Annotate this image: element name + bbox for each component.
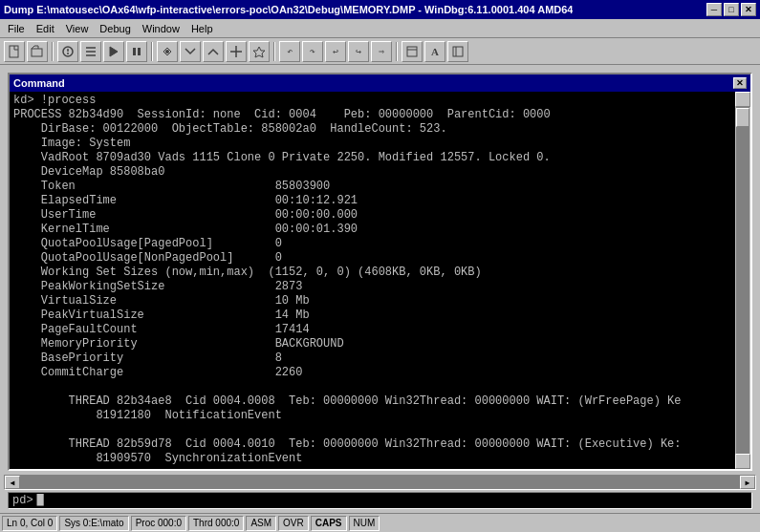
command-close-button[interactable]: ✕ bbox=[733, 77, 747, 89]
toolbar-btn-3[interactable] bbox=[57, 41, 78, 62]
svg-rect-9 bbox=[133, 48, 136, 55]
input-prompt: pd> bbox=[9, 494, 37, 507]
status-bar: Ln 0, Col 0 Sys 0:E:\mato Proc 000:0 Thr… bbox=[0, 513, 760, 532]
svg-point-11 bbox=[165, 50, 169, 53]
menu-debug[interactable]: Debug bbox=[94, 21, 136, 36]
toolbar-open-btn[interactable] bbox=[27, 41, 48, 62]
scroll-right-button[interactable]: ▶ bbox=[740, 476, 755, 489]
status-num: NUM bbox=[349, 516, 380, 531]
command-content: kd> !process PROCESS 82b34d90 SessionId:… bbox=[10, 92, 750, 469]
scroll-left-button[interactable]: ◀ bbox=[5, 476, 20, 489]
toolbar-btn-18[interactable]: A bbox=[424, 41, 445, 62]
command-titlebar: Command ✕ bbox=[10, 74, 750, 92]
toolbar-btn-14[interactable]: ↩ bbox=[325, 41, 346, 62]
toolbar-btn-15[interactable]: ↪ bbox=[348, 41, 369, 62]
toolbar-sep-1 bbox=[52, 42, 54, 61]
toolbar-btn-16[interactable]: ⇒ bbox=[371, 41, 392, 62]
svg-point-4 bbox=[67, 53, 69, 54]
toolbar-sep-4 bbox=[396, 42, 398, 61]
window-title: Dump E:\matousec\OAx64\wfp-interactive\e… bbox=[4, 4, 573, 15]
toolbar-btn-9[interactable] bbox=[203, 41, 224, 62]
command-window: Command ✕ kd> !process PROCESS 82b34d90 … bbox=[8, 73, 752, 471]
command-text-area[interactable]: kd> !process PROCESS 82b34d90 SessionId:… bbox=[10, 92, 735, 469]
menu-edit[interactable]: Edit bbox=[31, 21, 60, 36]
menu-help[interactable]: Help bbox=[185, 21, 219, 36]
close-button[interactable]: ✕ bbox=[741, 3, 756, 16]
toolbar-sep-3 bbox=[273, 42, 275, 61]
input-cursor: █ bbox=[37, 494, 44, 507]
toolbar-new-btn[interactable] bbox=[4, 41, 25, 62]
toolbar-btn-19[interactable] bbox=[447, 41, 468, 62]
command-input-bar[interactable]: pd> █ bbox=[8, 492, 752, 509]
title-bar: Dump E:\matousec\OAx64\wfp-interactive\e… bbox=[0, 0, 760, 19]
toolbar-btn-13[interactable]: ↷ bbox=[302, 41, 323, 62]
command-window-title: Command bbox=[13, 77, 65, 89]
svg-marker-8 bbox=[110, 47, 118, 56]
toolbar-btn-11[interactable] bbox=[249, 41, 270, 62]
toolbar-btn-6[interactable] bbox=[126, 41, 147, 62]
scroll-down-button[interactable]: ▼ bbox=[735, 454, 750, 469]
status-caps: CAPS bbox=[311, 516, 347, 531]
menu-window[interactable]: Window bbox=[137, 21, 185, 36]
svg-rect-16 bbox=[453, 47, 463, 56]
menu-file[interactable]: File bbox=[2, 21, 31, 36]
toolbar-btn-4[interactable] bbox=[80, 41, 101, 62]
menu-bar: File Edit View Debug Window Help bbox=[0, 19, 760, 38]
svg-rect-14 bbox=[407, 47, 417, 56]
svg-rect-1 bbox=[32, 49, 42, 56]
toolbar-btn-5[interactable] bbox=[103, 41, 124, 62]
menu-view[interactable]: View bbox=[60, 21, 95, 36]
status-proc: Proc 000:0 bbox=[131, 516, 186, 531]
toolbar-sep-2 bbox=[151, 42, 153, 61]
status-thrd: Thrd 000:0 bbox=[188, 516, 244, 531]
toolbar-btn-17[interactable] bbox=[402, 41, 423, 62]
status-asm: ASM bbox=[246, 516, 276, 531]
minimize-button[interactable]: ─ bbox=[706, 3, 722, 16]
status-ovr: OVR bbox=[278, 516, 309, 531]
title-bar-buttons: ─ □ ✕ bbox=[706, 3, 756, 16]
toolbar-btn-12[interactable]: ↶ bbox=[279, 41, 300, 62]
toolbar-btn-8[interactable] bbox=[180, 41, 201, 62]
svg-rect-10 bbox=[138, 48, 141, 55]
vertical-scrollbar[interactable]: ▲ ▼ bbox=[735, 92, 750, 469]
scroll-up-button[interactable]: ▲ bbox=[735, 92, 750, 107]
toolbar-btn-7[interactable] bbox=[157, 41, 178, 62]
status-ln-col: Ln 0, Col 0 bbox=[2, 516, 57, 531]
toolbar: ↶ ↷ ↩ ↪ ⇒ A bbox=[0, 38, 760, 65]
status-sys: Sys 0:E:\mato bbox=[59, 516, 128, 531]
maximize-button[interactable]: □ bbox=[724, 3, 739, 16]
toolbar-btn-10[interactable] bbox=[226, 41, 247, 62]
